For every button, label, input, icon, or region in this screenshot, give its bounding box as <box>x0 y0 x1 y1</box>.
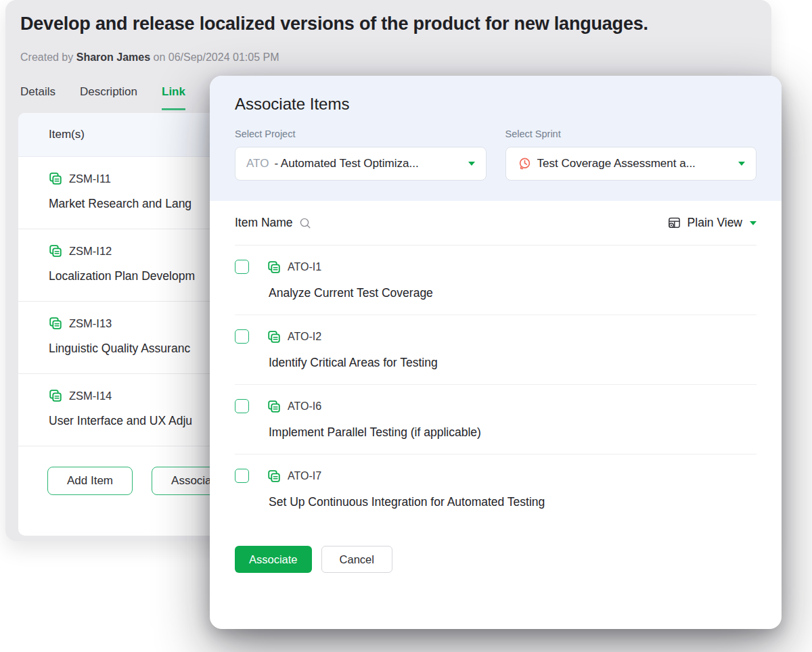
tab-bar: Details Description Link <box>20 85 185 110</box>
list-item: ATO-I1 Analyze Current Test Coverage <box>235 246 757 315</box>
associate-confirm-button[interactable]: Associate <box>235 546 312 573</box>
list-toolbar: Item Name <box>235 201 757 246</box>
item-checkbox[interactable] <box>235 469 249 483</box>
dialog-body: Item Name <box>210 201 782 573</box>
select-project-label: Select Project <box>235 129 487 139</box>
item-id[interactable]: ATO-I7 <box>288 470 321 482</box>
project-key: ATO <box>246 157 269 170</box>
item-name[interactable]: Implement Parallel Testing (if applicabl… <box>269 425 757 440</box>
item-checkbox[interactable] <box>235 260 249 274</box>
item-checkbox[interactable] <box>235 399 249 413</box>
dialog-title: Associate Items <box>235 95 757 114</box>
list-item: ATO-I2 Identify Critical Areas for Testi… <box>235 315 757 385</box>
item-id[interactable]: ATO-I6 <box>288 400 321 413</box>
page-title: Develop and release localized versions o… <box>20 14 738 34</box>
dialog-header: Associate Items Select Project ATO - Aut… <box>210 76 782 201</box>
sprint-select[interactable]: Test Coverage Assessment a... <box>505 147 757 181</box>
item-id[interactable]: ZSM-I11 <box>69 172 111 185</box>
tab-description[interactable]: Description <box>80 85 137 110</box>
created-byline: Created by Sharon James on 06/Sep/2024 0… <box>20 51 279 64</box>
cancel-button[interactable]: Cancel <box>321 546 392 573</box>
item-copy-icon <box>49 389 62 402</box>
item-id[interactable]: ZSM-I12 <box>69 245 112 258</box>
item-name[interactable]: Set Up Continuous Integration for Automa… <box>269 495 757 509</box>
item-id[interactable]: ZSM-I14 <box>69 390 112 402</box>
item-name[interactable]: Analyze Current Test Coverage <box>269 286 757 300</box>
item-copy-icon <box>49 172 62 185</box>
item-id[interactable]: ATO-I1 <box>288 261 321 273</box>
chevron-down-icon <box>738 162 745 166</box>
plain-view-icon <box>667 216 681 230</box>
item-id[interactable]: ZSM-I13 <box>69 317 112 330</box>
project-value: - Automated Test Optimiza... <box>274 157 462 170</box>
dialog-footer: Associate Cancel <box>235 524 757 573</box>
byline-suffix: on 06/Sep/2024 01:05 PM <box>154 51 279 63</box>
chevron-down-icon <box>468 162 475 166</box>
author-name: Sharon James <box>76 51 150 63</box>
list-item: ATO-I7 Set Up Continuous Integration for… <box>235 455 757 524</box>
sprint-value: Test Coverage Assessment a... <box>537 157 734 170</box>
project-select[interactable]: ATO - Automated Test Optimiza... <box>235 147 487 181</box>
associate-items-dialog: Associate Items Select Project ATO - Aut… <box>210 76 782 629</box>
item-copy-icon <box>267 260 281 274</box>
screen: Develop and release localized versions o… <box>0 0 812 652</box>
view-mode-label: Plain View <box>687 216 742 230</box>
item-copy-icon <box>267 400 281 413</box>
view-mode-select[interactable]: Plain View <box>667 216 757 230</box>
item-id[interactable]: ATO-I2 <box>288 331 321 343</box>
select-sprint-label: Select Sprint <box>505 129 757 139</box>
sprint-clock-icon <box>517 156 532 171</box>
list-item: ATO-I6 Implement Parallel Testing (if ap… <box>235 385 757 455</box>
add-item-button[interactable]: Add Item <box>47 467 133 495</box>
item-name[interactable]: Identify Critical Areas for Testing <box>269 356 757 370</box>
item-checkbox[interactable] <box>235 329 249 344</box>
byline-prefix: Created by <box>20 51 73 63</box>
tab-link[interactable]: Link <box>162 85 185 110</box>
item-copy-icon <box>49 317 62 330</box>
search-icon[interactable] <box>299 217 311 229</box>
tab-details[interactable]: Details <box>20 85 55 110</box>
item-copy-icon <box>49 244 62 258</box>
chevron-down-icon <box>750 221 757 225</box>
item-name-column-label: Item Name <box>235 216 293 230</box>
item-copy-icon <box>267 330 281 344</box>
item-copy-icon <box>267 469 281 483</box>
